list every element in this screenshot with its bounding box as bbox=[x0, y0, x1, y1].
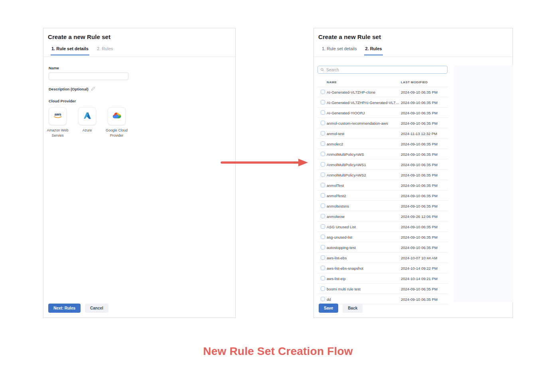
azure-icon bbox=[83, 111, 92, 122]
back-button[interactable]: Back bbox=[343, 304, 363, 313]
tab-rules[interactable]: 2. Rules bbox=[96, 45, 114, 55]
row-checkbox[interactable] bbox=[321, 255, 325, 260]
table-row[interactable]: aws-list-ebs 2024-10-07 10:44 AM bbox=[317, 253, 448, 263]
row-modified: 2024-09-10 06:35 PM bbox=[401, 111, 438, 115]
row-name: anmoltestsns bbox=[327, 204, 349, 208]
table-row[interactable]: anmolec2 2024-09-10 06:35 PM bbox=[317, 139, 448, 149]
row-checkbox[interactable] bbox=[321, 100, 325, 104]
row-checkbox[interactable] bbox=[321, 204, 325, 208]
row-name: dd bbox=[327, 297, 331, 302]
table-row[interactable]: AnmolMultiPolicyAWS 2024-09-10 06:35 PM bbox=[317, 149, 448, 159]
row-name: ASG Unused List bbox=[327, 225, 356, 229]
row-modified: 2024-09-10 06:35 PM bbox=[401, 225, 438, 229]
row-name: AI-Generated-YIOORJ bbox=[327, 111, 365, 115]
row-name: aws-list-ebs bbox=[327, 256, 347, 260]
row-name: anmolwow bbox=[327, 214, 345, 219]
row-modified: 2024-10-07 10:44 AM bbox=[401, 256, 437, 260]
row-modified: 2024-09-10 06:35 PM bbox=[401, 142, 438, 146]
tab-rule-set-details[interactable]: 1. Rule set details bbox=[51, 45, 89, 55]
dialog-title: Create a new Rule set bbox=[43, 28, 235, 45]
edit-pencil-icon[interactable] bbox=[91, 86, 95, 92]
row-modified: 2024-10-14 09:22 PM bbox=[401, 266, 438, 270]
table-row[interactable]: autostopping-test 2024-09-10 06:35 PM bbox=[317, 242, 448, 253]
row-checkbox[interactable] bbox=[321, 90, 325, 94]
description-label: Description (Optional) bbox=[49, 87, 89, 91]
row-checkbox[interactable] bbox=[321, 266, 325, 270]
table-row[interactable]: aws-list-eip 2024-10-14 09:21 PM bbox=[317, 273, 448, 284]
provider-option-azure[interactable]: Azure bbox=[78, 107, 96, 125]
row-checkbox[interactable] bbox=[321, 286, 325, 291]
cloud-provider-label: Cloud Provider bbox=[49, 99, 230, 103]
row-name: anmolTest bbox=[327, 183, 344, 188]
table-row[interactable]: anmoltestsns 2024-09-10 06:35 PM bbox=[317, 201, 448, 211]
row-name: aws-list-ebs-snapshot bbox=[327, 266, 363, 270]
row-name: AnmolMultiPolicyAWS2 bbox=[327, 173, 366, 177]
row-name: AnmolMultiPolicyAWS bbox=[327, 152, 364, 157]
row-modified: 2024-09-10 06:35 PM bbox=[401, 121, 438, 125]
caption-title: New Rule Set Creation Flow bbox=[0, 345, 556, 358]
table-row[interactable]: boomi multi rule test 2024-09-10 06:35 P… bbox=[317, 284, 448, 294]
table-row[interactable]: aws-list-ebs-snapshot 2024-10-14 09:22 P… bbox=[317, 263, 448, 273]
row-checkbox[interactable] bbox=[321, 224, 325, 229]
cancel-button[interactable]: Cancel bbox=[85, 304, 108, 313]
table-row[interactable]: ASG Unused List 2024-09-10 06:35 PM bbox=[317, 221, 448, 232]
row-checkbox[interactable] bbox=[321, 172, 325, 177]
tab-rule-set-details[interactable]: 1. Rule set details bbox=[321, 45, 357, 55]
search-input[interactable] bbox=[326, 68, 445, 72]
row-checkbox[interactable] bbox=[321, 245, 325, 249]
aws-icon: aws bbox=[52, 110, 63, 122]
row-checkbox[interactable] bbox=[321, 297, 325, 301]
next-rules-button[interactable]: Next: Rules bbox=[48, 304, 81, 313]
row-name: AnmolMultiPolicyAWS1 bbox=[327, 163, 366, 167]
row-modified: 2024-09-10 06:35 PM bbox=[401, 173, 438, 177]
row-modified: 2024-09-10 06:35 PM bbox=[401, 163, 438, 167]
row-modified: 2024-10-14 09:21 PM bbox=[401, 276, 438, 281]
table-row[interactable]: anmolwow 2024-09-26 12:06 PM bbox=[317, 211, 448, 221]
svg-text:aws: aws bbox=[54, 112, 61, 116]
table-row[interactable]: anmol-custom-recommendation-aws 2024-09-… bbox=[317, 118, 448, 128]
table-row[interactable]: anmolTest 2024-09-10 06:35 PM bbox=[317, 180, 448, 190]
row-modified: 2024-09-26 12:06 PM bbox=[401, 214, 438, 219]
table-row[interactable]: AI-Generated-YIOORJ 2024-09-10 06:35 PM bbox=[317, 108, 448, 118]
row-checkbox[interactable] bbox=[321, 183, 325, 187]
row-checkbox[interactable] bbox=[321, 121, 325, 125]
screenshot-stage: Create a new Rule set 1. Rule set detail… bbox=[0, 0, 556, 392]
table-row[interactable]: dd 2024-09-10 06:35 PM bbox=[317, 294, 448, 304]
save-button[interactable]: Save bbox=[319, 304, 338, 313]
table-row[interactable]: AI-Generated-VL7ZHPAI-Generated-VL7ZHPAI… bbox=[317, 97, 448, 108]
table-row[interactable]: AI-Generated-VL7ZHP-clone 2024-09-10 06:… bbox=[317, 87, 448, 97]
row-modified: 2024-09-10 06:35 PM bbox=[401, 297, 438, 302]
row-checkbox[interactable] bbox=[321, 110, 325, 115]
name-input[interactable] bbox=[49, 73, 128, 80]
row-modified: 2024-09-10 06:35 PM bbox=[401, 152, 438, 157]
rule-preview-panel bbox=[454, 65, 513, 302]
row-modified: 2024-09-10 06:35 PM bbox=[401, 245, 438, 250]
provider-option-gcp[interactable]: Google Cloud Provider bbox=[108, 107, 126, 125]
provider-option-aws[interactable]: aws Amazon Web Servies bbox=[49, 107, 67, 125]
row-modified: 2024-09-10 06:35 PM bbox=[401, 287, 438, 291]
column-header-name: NAME bbox=[327, 80, 337, 84]
table-row[interactable]: anmol-test 2024-11-13 12:32 PM bbox=[317, 128, 448, 139]
name-label: Name bbox=[49, 66, 230, 70]
row-checkbox[interactable] bbox=[321, 276, 325, 280]
row-modified: 2024-09-10 06:35 PM bbox=[401, 194, 438, 198]
row-modified: 2024-09-10 06:35 PM bbox=[401, 235, 438, 239]
row-checkbox[interactable] bbox=[321, 235, 325, 239]
row-checkbox[interactable] bbox=[321, 162, 325, 167]
row-checkbox[interactable] bbox=[321, 214, 325, 218]
row-checkbox[interactable] bbox=[321, 131, 325, 135]
tab-rules[interactable]: 2. Rules bbox=[364, 45, 382, 55]
table-row[interactable]: AnmolMultiPolicyAWS2 2024-09-10 06:35 PM bbox=[317, 170, 448, 180]
table-row[interactable]: anmolTest2 2024-09-10 06:35 PM bbox=[317, 190, 448, 201]
google-cloud-icon bbox=[112, 111, 122, 122]
table-row[interactable]: asg-unused-list 2024-09-10 06:35 PM bbox=[317, 232, 448, 242]
row-checkbox[interactable] bbox=[321, 152, 325, 156]
table-row[interactable]: AnmolMultiPolicyAWS1 2024-09-10 06:35 PM bbox=[317, 159, 448, 170]
row-name: aws-list-eip bbox=[327, 276, 346, 281]
row-modified: 2024-09-10 06:35 PM bbox=[401, 204, 438, 208]
row-checkbox[interactable] bbox=[321, 141, 325, 146]
row-name: asg-unused-list bbox=[327, 235, 352, 239]
rules-search-box bbox=[317, 66, 448, 74]
row-checkbox[interactable] bbox=[321, 193, 325, 198]
column-header-last-modified: LAST MODIFIED bbox=[401, 80, 428, 84]
